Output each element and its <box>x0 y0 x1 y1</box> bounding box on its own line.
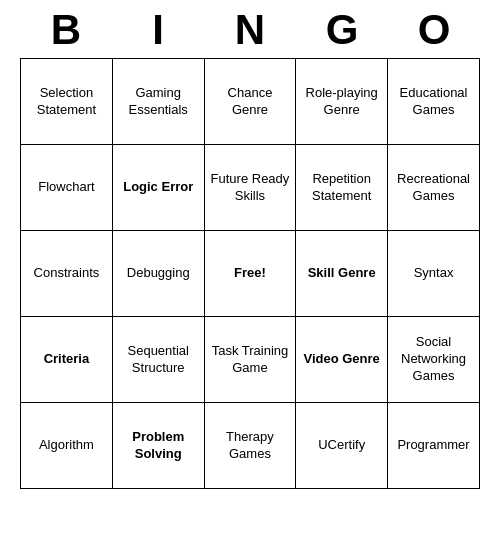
table-row: Recreational Games <box>388 145 480 231</box>
table-row: Repetition Statement <box>296 145 388 231</box>
table-row: Constraints <box>21 231 113 317</box>
letter-b: B <box>26 6 106 54</box>
table-row: Criteria <box>21 317 113 403</box>
table-row: Gaming Essentials <box>112 59 204 145</box>
table-row: Free! <box>204 231 296 317</box>
table-row: Sequential Structure <box>112 317 204 403</box>
letter-o: O <box>394 6 474 54</box>
table-row: Social Networking Games <box>388 317 480 403</box>
table-row: Future Ready Skills <box>204 145 296 231</box>
letter-i: I <box>118 6 198 54</box>
table-row: Algorithm <box>21 403 113 489</box>
table-row: Syntax <box>388 231 480 317</box>
letter-g: G <box>302 6 382 54</box>
table-row: Video Genre <box>296 317 388 403</box>
table-row: Logic Error <box>112 145 204 231</box>
table-row: Problem Solving <box>112 403 204 489</box>
table-row: Educational Games <box>388 59 480 145</box>
letter-n: N <box>210 6 290 54</box>
bingo-header: B I N G O <box>20 0 480 58</box>
table-row: Programmer <box>388 403 480 489</box>
table-row: Chance Genre <box>204 59 296 145</box>
table-row: UCertify <box>296 403 388 489</box>
table-row: Task Training Game <box>204 317 296 403</box>
bingo-grid: Selection StatementGaming EssentialsChan… <box>20 58 480 489</box>
table-row: Skill Genre <box>296 231 388 317</box>
table-row: Role-playing Genre <box>296 59 388 145</box>
table-row: Flowchart <box>21 145 113 231</box>
table-row: Debugging <box>112 231 204 317</box>
table-row: Therapy Games <box>204 403 296 489</box>
table-row: Selection Statement <box>21 59 113 145</box>
